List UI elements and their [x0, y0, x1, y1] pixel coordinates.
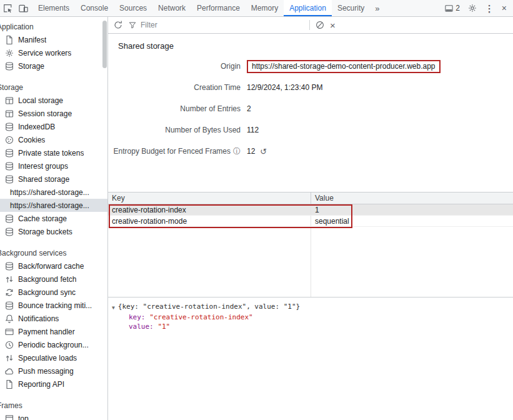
sidebar-item-service-workers[interactable]: Service workers [0, 46, 107, 59]
inspect-element-icon[interactable] [2, 3, 13, 14]
sidebar-item-payment-handler[interactable]: Payment handler [0, 325, 107, 338]
sidebar-item-local-storage[interactable]: Local storage [0, 94, 107, 107]
sidebar-item-reporting-api[interactable]: Reporting API [0, 378, 107, 391]
tabbar-left-icons [0, 0, 32, 16]
info-icon[interactable]: ⓘ [233, 146, 241, 157]
origin-annotation-box: https://shared-storage-demo-content-prod… [247, 60, 441, 73]
sidebar-item-cache-storage[interactable]: Cache storage [0, 212, 107, 225]
devtools-content: Application Manifest Service workers Sto… [0, 17, 513, 420]
sidebar-item-shared-storage-origin-1[interactable]: https://shared-storage... [0, 186, 107, 199]
table-row[interactable]: creative-rotation-index 1 [108, 204, 513, 216]
tab-network[interactable]: Network [152, 0, 191, 16]
filter-box [128, 21, 304, 29]
field-row-origin: Origin https://shared-storage-demo-conte… [108, 56, 513, 77]
sidebar-item-shared-storage-origin-2[interactable]: https://shared-storage... [0, 199, 107, 212]
field-label: Number of Entries [108, 104, 241, 113]
sidebar-item-periodic-background-sync[interactable]: Periodic backgroun... [0, 338, 107, 351]
row-value-cell: sequential [311, 216, 513, 226]
sidebar-item-cookies[interactable]: Cookies [0, 133, 107, 146]
disclosure-triangle-icon[interactable]: ▼ [112, 302, 115, 312]
table-icon [4, 96, 14, 106]
database-icon [4, 61, 14, 71]
refresh-icon[interactable] [113, 20, 123, 30]
sidebar-item-manifest[interactable]: Manifest [0, 33, 107, 46]
database-icon [4, 161, 14, 171]
clock-icon [4, 340, 14, 350]
column-header-key[interactable]: Key [108, 192, 311, 204]
reset-budget-icon[interactable]: ↺ [260, 147, 267, 156]
table-row[interactable]: creative-rotation-mode sequential [108, 216, 513, 227]
overflow-menu-icon[interactable]: ⋮ [485, 4, 494, 13]
field-row-creation-time: Creation Time 12/9/2024, 1:23:40 PM [108, 77, 513, 98]
sidebar-item-interest-groups[interactable]: Interest groups [0, 159, 107, 172]
shared-storage-panel: × Shared storage Origin https://shared-s… [108, 17, 513, 420]
field-value: 112 [241, 126, 259, 134]
tab-console[interactable]: Console [75, 0, 114, 16]
drawer-badge-count: 2 [456, 4, 460, 12]
sidebar-item-session-storage[interactable]: Session storage [0, 107, 107, 120]
delete-all-icon[interactable] [315, 20, 325, 30]
close-devtools-icon[interactable]: × [502, 4, 507, 12]
up-down-arrows-icon [4, 353, 14, 363]
field-label: Entropy Budget for Fenced Frames ⓘ [108, 146, 241, 157]
database-icon [4, 301, 14, 311]
database-icon [4, 214, 14, 224]
row-key-cell: creative-rotation-index [108, 204, 311, 215]
service-worker-icon [4, 48, 14, 58]
database-icon [4, 227, 14, 237]
sidebar-item-speculative-loads[interactable]: Speculative loads [0, 351, 107, 364]
field-row-number-of-bytes: Number of Bytes Used 112 [108, 119, 513, 141]
database-icon [4, 122, 14, 132]
table-icon [4, 109, 14, 119]
sidebar-item-background-fetch[interactable]: Background fetch [0, 272, 107, 286]
frame-icon [4, 414, 14, 420]
tab-security[interactable]: Security [332, 0, 370, 16]
device-toolbar-icon[interactable] [18, 3, 29, 14]
tabbar-right-icons: 2 ⋮ × [444, 0, 513, 16]
field-label: Creation Time [108, 83, 241, 92]
settings-gear-icon[interactable] [467, 3, 477, 13]
filter-input[interactable] [141, 21, 291, 29]
sidebar-item-top-frame[interactable]: top [0, 412, 107, 420]
sync-icon [4, 288, 14, 298]
sidebar-item-bounce-tracking[interactable]: Bounce tracking miti... [0, 299, 107, 312]
sidebar-item-push-messaging[interactable]: Push messaging [0, 364, 107, 378]
drawer-badge-button[interactable]: 2 [444, 4, 460, 13]
field-label: Origin [108, 62, 241, 71]
data-grid-body: creative-rotation-index 1 creative-rotat… [108, 204, 513, 297]
up-down-arrows-icon [4, 274, 14, 284]
sidebar-item-shared-storage[interactable]: Shared storage [0, 172, 107, 186]
drawer-panel-icon [444, 4, 454, 13]
sidebar-item-back-forward-cache[interactable]: Back/forward cache [0, 259, 107, 272]
tab-performance[interactable]: Performance [191, 0, 246, 16]
devtools-window: Elements Console Sources Network Perform… [0, 0, 513, 420]
column-header-value[interactable]: Value [311, 192, 513, 204]
sidebar-item-notifications[interactable]: Notifications [0, 312, 107, 325]
tab-sources[interactable]: Sources [114, 0, 152, 16]
preview-property: value: "1" [129, 322, 513, 331]
sidebar-item-background-sync[interactable]: Background sync [0, 286, 107, 299]
sidebar-item-private-state-tokens[interactable]: Private state tokens [0, 146, 107, 159]
field-value: https://shared-storage-demo-content-prod… [241, 62, 441, 71]
sidebar-item-storage-buckets[interactable]: Storage buckets [0, 225, 107, 238]
delete-selected-icon[interactable]: × [330, 21, 336, 30]
sidebar-section-application: Application [0, 21, 107, 33]
more-tabs-button[interactable]: » [370, 0, 384, 16]
row-value-cell: 1 [311, 204, 513, 215]
preview-object-line: ▼ {key: "creative-rotation-index", value… [112, 302, 513, 312]
database-icon [4, 148, 14, 158]
field-value: 12 ↺ [241, 147, 267, 156]
panel-tabs: Elements Console Sources Network Perform… [32, 0, 384, 16]
sidebar-scrollbar[interactable] [102, 21, 107, 68]
tab-elements[interactable]: Elements [32, 0, 75, 16]
document-icon [4, 379, 14, 389]
field-value: 2 [241, 104, 251, 113]
database-icon [4, 261, 14, 271]
tab-application[interactable]: Application [284, 0, 332, 16]
sidebar-item-indexeddb[interactable]: IndexedDB [0, 120, 107, 133]
sidebar-item-storage[interactable]: Storage [0, 59, 107, 72]
object-summary: {key: "creative-rotation-index", value: … [118, 302, 300, 311]
document-icon [4, 35, 14, 45]
field-row-number-of-entries: Number of Entries 2 [108, 98, 513, 119]
tab-memory[interactable]: Memory [246, 0, 284, 16]
